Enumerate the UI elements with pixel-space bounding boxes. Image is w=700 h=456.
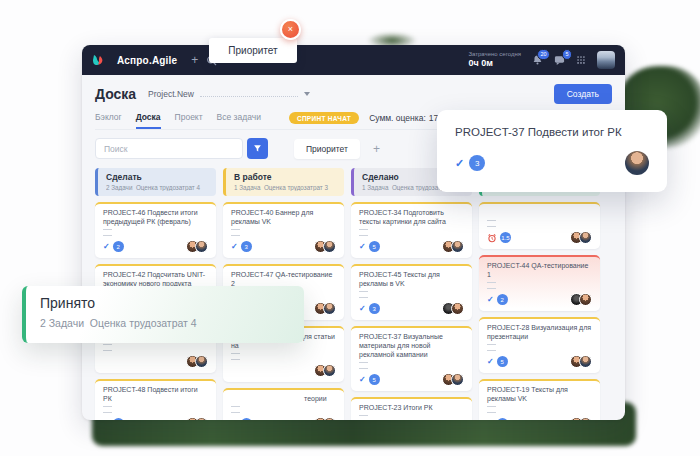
- description-icon: [487, 282, 496, 289]
- avatar-man: [323, 417, 336, 420]
- task-title: PROJECT-45 Тексты для рекламы в VK: [359, 270, 464, 288]
- task-footer: 3: [359, 302, 464, 315]
- task-card[interactable]: PROJECT-37 Визуальные материалы для ново…: [351, 326, 472, 391]
- avatar-man: [579, 417, 592, 420]
- column-header[interactable]: В работе1 Задача Оценка трудозатрат 3: [223, 168, 344, 196]
- task-footer: 2: [103, 240, 208, 253]
- divider: [200, 91, 298, 97]
- task-card[interactable]: PROJECT-44 QA-тестирование 12: [479, 255, 600, 311]
- task-card[interactable]: PROJECT-19 Тексты для рекламы VK5: [479, 379, 600, 420]
- tab-project[interactable]: Проект: [175, 112, 203, 129]
- avatar-man: [195, 417, 208, 420]
- assignee-avatars: [442, 240, 464, 253]
- tooltip-label: Приоритет: [228, 45, 277, 56]
- task-card-popup[interactable]: PROJECT-37 Подвести итог РК 3: [437, 110, 667, 192]
- task-title: PROJECT-28 Визуализация для презентации: [487, 323, 592, 341]
- description-icon: [103, 344, 112, 351]
- callout-title: Принято: [40, 295, 290, 311]
- filter-button[interactable]: [247, 138, 268, 159]
- plus-icon[interactable]: +: [191, 54, 198, 66]
- task-card[interactable]: PROJECT-40 Баннер для рекламы VK3: [223, 202, 344, 258]
- task-card[interactable]: PROJECT-46 Подвести итоги предыдущей РК …: [95, 202, 216, 258]
- task-card[interactable]: PROJECT-23 Итоги РК5: [351, 397, 472, 420]
- check-icon: [487, 420, 494, 421]
- create-button[interactable]: Создать: [554, 84, 612, 104]
- description-icon: [359, 362, 368, 369]
- tab-board[interactable]: Доска: [136, 112, 161, 129]
- description-icon: [231, 353, 240, 360]
- task-card[interactable]: теории3: [223, 388, 344, 420]
- funnel-icon: [253, 143, 262, 154]
- task-card[interactable]: PROJECT-28 Визуализация для презентации5: [479, 317, 600, 373]
- column-header[interactable]: Сделать2 Задачи Оценка трудозатрат 4: [95, 168, 216, 196]
- time-spent-label: Затрачено сегодня: [468, 51, 521, 59]
- apps-grid-icon[interactable]: [576, 55, 586, 65]
- estimate-badge: 5: [369, 374, 380, 385]
- check-icon: [359, 376, 366, 384]
- estimate-badge: 5: [497, 418, 508, 420]
- assignee-avatars: [314, 417, 336, 420]
- priority-tooltip: Приоритет: [209, 38, 297, 63]
- task-card[interactable]: PROJECT-34 Подготовить тексты картинки д…: [351, 202, 472, 258]
- description-icon: [103, 229, 112, 236]
- task-footer: 2: [487, 293, 592, 306]
- assignee-avatars: [186, 355, 208, 368]
- assignee-avatars: [186, 417, 208, 420]
- search-input[interactable]: [95, 138, 243, 159]
- close-icon[interactable]: [280, 19, 301, 40]
- user-avatar[interactable]: [597, 51, 615, 69]
- task-card[interactable]: PROJECT-48 Подвести итоги РК2: [95, 379, 216, 420]
- estimate-badge: 3: [241, 418, 252, 420]
- add-filter-tab-button[interactable]: +: [373, 143, 380, 155]
- summary-label: Сумм. оценка:: [369, 113, 426, 123]
- task-title: PROJECT-48 Подвести итоги РК: [103, 385, 208, 403]
- page-title: Доска: [95, 86, 136, 102]
- task-title: PROJECT-23 Итоги РК: [359, 403, 464, 412]
- assignee-avatars: [570, 355, 592, 368]
- task-card[interactable]: 1.5: [479, 202, 600, 249]
- tab-all-tasks[interactable]: Все задачи: [217, 112, 261, 129]
- app-window: Аспро.Agile + Сп Затрачено сегодня 0ч 0м: [82, 45, 625, 420]
- messages-count-badge: 5: [562, 49, 572, 60]
- avatar-man: [195, 240, 208, 253]
- description-icon: [487, 406, 496, 413]
- task-card[interactable]: PROJECT-45 Тексты для рекламы в VK3: [351, 264, 472, 320]
- time-spent-value: 0ч 0м: [468, 58, 521, 69]
- callout-subtitle: 2 Задачи Оценка трудозатрат 4: [40, 317, 290, 329]
- task-footer: 3: [231, 417, 336, 420]
- description-icon: [487, 220, 496, 227]
- task-title: PROJECT-37 Визуальные материалы для ново…: [359, 332, 464, 359]
- estimate-badge: 2: [113, 418, 124, 420]
- check-icon: [231, 243, 238, 251]
- alarm-icon: [487, 229, 497, 247]
- task-title: PROJECT-19 Тексты для рекламы VK: [487, 385, 592, 403]
- column-stats: 1 Задача Оценка трудозатрат 3: [234, 184, 336, 191]
- messages-button[interactable]: 5: [554, 54, 565, 66]
- task-footer: 1.5: [487, 231, 592, 244]
- estimate-badge: 5: [497, 356, 508, 367]
- accepted-column-callout: Принято 2 Задачи Оценка трудозатрат 4: [22, 286, 304, 343]
- notifications-button[interactable]: 20: [532, 54, 543, 66]
- assignee-avatars: [314, 240, 336, 253]
- estimate-badge: 3: [369, 303, 380, 314]
- project-select[interactable]: Project.New: [148, 89, 310, 99]
- assignee-avatars: [442, 373, 464, 386]
- avatar-man: [323, 240, 336, 253]
- assignee-avatars: [314, 302, 336, 315]
- tab-backlog[interactable]: Бэклог: [95, 112, 122, 129]
- task-footer: 2: [103, 417, 208, 420]
- task-footer: 5: [359, 373, 464, 386]
- task-title: PROJECT-40 Баннер для рекламы VK: [231, 208, 336, 226]
- avatar-woman: [579, 293, 592, 306]
- topbar: Аспро.Agile + Сп Затрачено сегодня 0ч 0м: [82, 45, 625, 75]
- check-icon: [359, 305, 366, 313]
- avatar-man: [451, 240, 464, 253]
- avatar-man: [579, 355, 592, 368]
- time-tracker: Затрачено сегодня 0ч 0м: [468, 51, 521, 70]
- filter-tab-priority[interactable]: Приоритет: [294, 139, 360, 159]
- task-title: [487, 208, 592, 217]
- task-footer: 5: [359, 240, 464, 253]
- check-icon: [487, 296, 494, 304]
- task-title: PROJECT-44 QA-тестирование 1: [487, 261, 592, 279]
- task-title: теории: [231, 394, 336, 403]
